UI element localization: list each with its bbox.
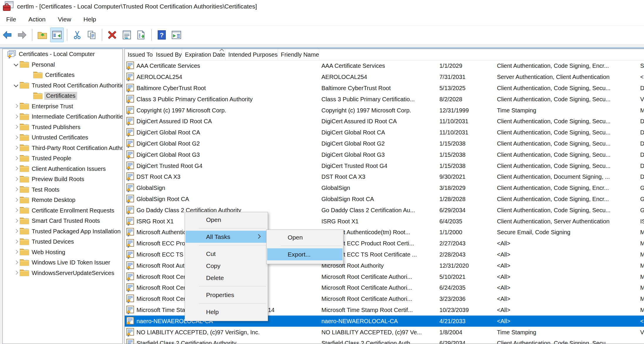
certificate-row[interactable]: Starfield Class 2 Certification Authorit… [125, 338, 644, 344]
issued-by-value: DST Root CA X3 [318, 171, 436, 183]
show-action-pane-icon[interactable] [170, 28, 183, 42]
certificate-row[interactable]: Class 3 Public Primary Certification Aut… [125, 94, 644, 105]
menubar-item[interactable]: Help [77, 13, 102, 26]
column-header[interactable]: Issued To [125, 49, 153, 60]
tree-item[interactable]: WindowsServerUpdateServices [3, 268, 122, 279]
up-one-level-icon[interactable] [36, 28, 49, 42]
toolbar-separator [67, 29, 67, 41]
cut-icon[interactable] [70, 28, 84, 42]
certificate-row[interactable]: Baltimore CyberTrust Root Baltimore Cybe… [125, 83, 644, 94]
context-menu-item[interactable]: Delete [186, 272, 267, 284]
context-menu-item[interactable]: Copy [186, 260, 267, 272]
folder-icon [20, 102, 29, 110]
tree-item[interactable]: Untrusted Certificates [3, 132, 122, 143]
column-header[interactable]: Issued By [153, 49, 182, 60]
certificate-row[interactable]: DigiCert Global Root G2 DigiCert Global … [125, 138, 644, 149]
tree-item[interactable]: Trusted People [3, 153, 122, 164]
submenu-item[interactable]: Export... [267, 248, 343, 260]
expander-chevron-icon[interactable] [13, 269, 20, 276]
back-icon[interactable] [1, 28, 14, 42]
expander-chevron-icon[interactable] [13, 82, 20, 89]
context-menu-item[interactable]: Help [186, 306, 267, 318]
tree-item[interactable]: Windows Live ID Token Issuer [3, 257, 122, 268]
tree-item[interactable]: Client Authentication Issuers [3, 164, 122, 174]
certificate-icon [126, 61, 134, 70]
tree-item[interactable]: Test Roots [3, 185, 122, 195]
menubar-item[interactable]: View [52, 13, 77, 26]
expander-chevron-icon[interactable] [13, 144, 20, 151]
expander-chevron-icon[interactable] [13, 124, 20, 131]
tree-item[interactable]: Remote Desktop [3, 195, 122, 205]
context-menu-item[interactable]: All Tasks [186, 231, 267, 243]
tree-item[interactable]: Smart Card Trusted Roots [3, 216, 122, 226]
certificate-icon [126, 139, 134, 148]
expander-chevron-icon[interactable] [13, 165, 20, 172]
menubar-item[interactable]: File [0, 13, 22, 26]
menubar-item[interactable]: Action [22, 13, 52, 26]
friendly-name-value: V [637, 94, 644, 105]
help-icon[interactable]: ? [155, 28, 168, 42]
certificate-row[interactable]: AEROLOCAL254 AEROLOCAL254 7/31/2031 Serv… [125, 72, 644, 83]
tree-item[interactable]: Trusted Packaged App Installation [3, 226, 122, 237]
column-header[interactable]: Friendly Name [278, 49, 319, 60]
column-header[interactable]: Expiration Date [182, 49, 225, 60]
tree-item[interactable]: Trusted Root Certification Authorities [3, 80, 122, 91]
issued-by-value: AAA Certificate Services [318, 60, 436, 72]
tree-item[interactable]: Certificates [3, 91, 122, 101]
expander-chevron-icon[interactable] [13, 113, 20, 120]
expander-chevron-icon[interactable] [13, 176, 20, 183]
tree-item[interactable]: Certificates [3, 70, 122, 80]
expander-chevron-icon[interactable] [13, 186, 20, 193]
certificate-row[interactable]: DigiCert Global Root G3 DigiCert Global … [125, 149, 644, 160]
certificate-icon [126, 150, 134, 159]
issued-to-value: ISRG Root X1 [136, 218, 174, 225]
expander-chevron-icon[interactable] [13, 217, 20, 225]
tree-item[interactable]: Intermediate Certification Authorities [3, 112, 122, 122]
list-header: Issued To Issued By Expiration Date Inte… [125, 49, 644, 60]
tree-item[interactable]: Certificate Enrollment Requests [3, 205, 122, 216]
tree-item[interactable]: Trusted Devices [3, 237, 122, 247]
tree-item-label: Certificates [44, 92, 77, 100]
expander-chevron-icon[interactable] [13, 259, 20, 266]
properties-icon[interactable] [120, 28, 134, 42]
expander-chevron-icon[interactable] [13, 238, 20, 245]
tree-item[interactable]: Certificates - Local Computer [3, 49, 122, 60]
friendly-name-value: M [637, 227, 644, 238]
column-header[interactable]: Intended Purposes [225, 49, 278, 60]
certificate-row[interactable]: GlobalSign GlobalSign 3/18/2029 Client A… [125, 183, 644, 194]
certificate-row[interactable]: DigiCert Global Root CA DigiCert Global … [125, 127, 644, 138]
submenu-item[interactable]: Open [267, 231, 343, 243]
expander-chevron-icon[interactable] [13, 197, 20, 204]
certificate-row[interactable]: DigiCert Assured ID Root CA DigiCert Ass… [125, 116, 644, 127]
tree-item[interactable]: Third-Party Root Certification Authoriti… [3, 143, 122, 154]
expander-chevron-icon[interactable] [13, 103, 20, 110]
expander-chevron-icon[interactable] [13, 61, 20, 68]
tree-item-label: Certificates [45, 72, 75, 78]
certificate-icon [126, 161, 134, 171]
certificate-row[interactable]: NO LIABILITY ACCEPTED, (c)97 VeriSign, I… [125, 327, 644, 338]
certificate-row[interactable]: DST Root CA X3 DST Root CA X3 9/30/2021 … [125, 171, 644, 183]
export-list-icon[interactable] [135, 28, 148, 42]
forward-icon[interactable] [15, 28, 29, 42]
expander-chevron-icon[interactable] [13, 155, 20, 162]
context-menu-item[interactable]: Open [186, 214, 267, 226]
expander-chevron-icon[interactable] [13, 249, 20, 256]
copy-icon[interactable] [85, 28, 99, 42]
certificate-row[interactable]: AAA Certificate Services AAA Certificate… [125, 60, 644, 72]
certificate-row[interactable]: GlobalSign Root CA GlobalSign Root CA 1/… [125, 194, 644, 205]
tree-item[interactable]: Preview Build Roots [3, 174, 122, 185]
context-menu-item[interactable]: Properties [186, 289, 267, 301]
certificate-row[interactable]: Copyright (c) 1997 Microsoft Corp. Copyr… [125, 105, 644, 116]
tree-item[interactable]: Trusted Publishers [3, 122, 122, 133]
expander-chevron-icon[interactable] [13, 207, 20, 214]
context-menu-item[interactable]: Cut [186, 248, 267, 260]
certificate-row[interactable]: DigiCert Trusted Root G4 DigiCert Truste… [125, 160, 644, 171]
tree-item[interactable]: Web Hosting [3, 247, 122, 258]
expander-chevron-icon[interactable] [13, 134, 20, 141]
tree-item[interactable]: Enterprise Trust [3, 101, 122, 112]
delete-icon[interactable] [105, 28, 119, 42]
show-console-tree-icon[interactable] [50, 28, 64, 42]
tree-item-label: Web Hosting [32, 249, 65, 256]
expander-chevron-icon[interactable] [13, 228, 20, 235]
tree-item[interactable]: Personal [3, 60, 122, 70]
